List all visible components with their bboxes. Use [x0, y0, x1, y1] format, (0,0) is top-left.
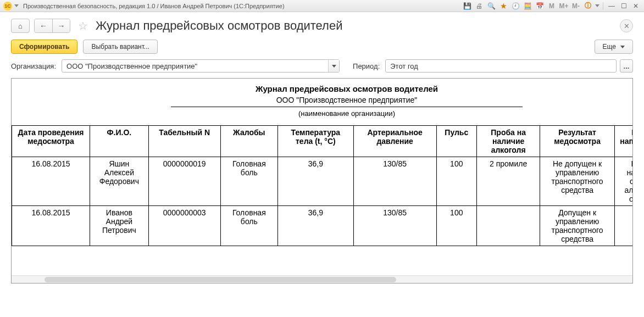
cell-reason: - — [614, 206, 632, 246]
close-window-icon[interactable]: ✕ — [631, 2, 641, 10]
horizontal-scrollbar[interactable] — [12, 275, 632, 283]
col-reason: Причина направления к врачу — [614, 126, 632, 157]
report-subtitle: ООО "Производственное предприятие" — [12, 94, 632, 105]
print-icon[interactable]: 🖨 — [474, 2, 484, 10]
favorite-icon[interactable]: ★ — [498, 2, 508, 10]
titlebar: 1C Производственная безопасность, редакц… — [0, 0, 644, 12]
cell-reason: Водитель находится в состоянии алкогольн… — [614, 157, 632, 206]
table-header-row: Дата проведения медосмотра Ф.И.О. Табель… — [12, 126, 633, 157]
m-plus-icon[interactable]: M+ — [559, 2, 569, 10]
period-label: Период: — [353, 62, 380, 70]
col-temp: Температура тела (t, °С) — [278, 126, 354, 157]
col-complaint: Жалобы — [220, 126, 277, 157]
table-row: 16.08.2015 Яшин Алексей Федорович 000000… — [12, 157, 633, 206]
titlebar-menu-dropdown-icon[interactable] — [14, 4, 19, 7]
col-tabn: Табельный N — [148, 126, 220, 157]
cell-date: 16.08.2015 — [12, 206, 90, 246]
report-table: Дата проведения медосмотра Ф.И.О. Табель… — [12, 125, 632, 246]
col-pulse: Пульс — [436, 126, 476, 157]
maximize-icon[interactable]: ☐ — [619, 2, 629, 10]
calc-icon[interactable]: 🧮 — [523, 2, 532, 10]
report-title: Журнал предрейсовых осмотров водителей — [12, 79, 632, 94]
col-fio: Ф.И.О. — [90, 126, 149, 157]
org-combo-dropdown-button[interactable] — [328, 60, 339, 72]
chevron-down-icon — [332, 65, 336, 68]
cell-result: Не допущен к управлению транспортного ср… — [540, 157, 614, 206]
forward-button[interactable]: → — [52, 19, 70, 32]
m-minus-icon[interactable]: M- — [571, 2, 581, 10]
more-button[interactable]: Еще — [595, 40, 633, 54]
calendar-icon[interactable]: 📅 — [535, 2, 545, 10]
cell-fio: Яшин Алексей Федорович — [90, 157, 149, 206]
report-scroll[interactable]: Журнал предрейсовых осмотров водителей О… — [12, 79, 632, 275]
choose-variant-button[interactable]: Выбрать вариант... — [83, 40, 157, 54]
report-area: Журнал предрейсовых осмотров водителей О… — [11, 78, 633, 283]
cell-pulse: 100 — [436, 157, 476, 206]
home-button[interactable]: ⌂ — [11, 19, 30, 33]
cell-pressure: 130/85 — [353, 206, 436, 246]
form-button[interactable]: Сформировать — [11, 40, 77, 54]
app-icon: 1C — [3, 2, 12, 10]
cell-fio: Иванов Андрей Петрович — [90, 206, 149, 246]
chevron-down-icon — [620, 46, 625, 48]
period-combo-value: Этот год — [390, 62, 616, 70]
period-combo[interactable]: Этот год — [385, 59, 617, 73]
window-title: Производственная безопасность, редакция … — [23, 3, 285, 9]
report-caption: (наименование организации) — [12, 107, 632, 125]
cell-pulse: 100 — [436, 206, 476, 246]
org-label: Организация: — [11, 62, 56, 70]
col-alcohol: Проба на наличие алкоголя — [476, 126, 540, 157]
toolbar: Сформировать Выбрать вариант... Еще — [0, 37, 644, 59]
info-icon[interactable]: ⓘ — [583, 2, 593, 10]
org-combo[interactable]: ООО "Производственное предприятие" — [62, 59, 340, 73]
cell-complaint: Головная боль — [220, 157, 277, 206]
cell-date: 16.08.2015 — [12, 157, 90, 206]
more-button-label: Еще — [603, 43, 616, 51]
cell-pressure: 130/85 — [353, 157, 436, 206]
preview-icon[interactable]: 🔍 — [486, 2, 496, 10]
page-title: Журнал предрейсовых осмотров водителей — [96, 19, 342, 33]
col-result: Результат медосмотра — [540, 126, 614, 157]
cell-result: Допущен к управлению транспортного средс… — [540, 206, 614, 246]
favorite-star-icon[interactable]: ☆ — [78, 19, 88, 32]
back-button[interactable]: ← — [35, 19, 52, 32]
col-date: Дата проведения медосмотра — [12, 126, 90, 157]
cell-temp: 36,9 — [278, 206, 354, 246]
history-icon[interactable]: 🕘 — [510, 2, 520, 10]
close-page-button[interactable]: ✕ — [620, 19, 633, 32]
page-header: ⌂ ← → ☆ Журнал предрейсовых осмотров вод… — [0, 12, 644, 37]
filter-row: Организация: ООО "Производственное предп… — [0, 59, 644, 78]
org-combo-value: ООО "Производственное предприятие" — [66, 62, 328, 70]
cell-temp: 36,9 — [278, 157, 354, 206]
info-dropdown-icon[interactable] — [595, 4, 599, 7]
cell-alcohol: 2 промиле — [476, 157, 540, 206]
scrollbar-thumb[interactable] — [45, 277, 396, 282]
cell-complaint: Головная боль — [220, 206, 277, 246]
table-row: 16.08.2015 Иванов Андрей Петрович 000000… — [12, 206, 633, 246]
m-icon[interactable]: M — [547, 2, 557, 10]
minimize-icon[interactable]: — — [607, 2, 617, 10]
period-choose-button[interactable]: ... — [620, 59, 633, 73]
cell-tabn: 0000000003 — [148, 206, 220, 246]
cell-alcohol — [476, 206, 540, 246]
nav-back-forward: ← → — [34, 19, 70, 33]
cell-tabn: 0000000019 — [148, 157, 220, 206]
separator — [603, 2, 603, 10]
save-icon[interactable]: 💾 — [462, 2, 472, 10]
col-pressure: Артериальное давление — [353, 126, 436, 157]
